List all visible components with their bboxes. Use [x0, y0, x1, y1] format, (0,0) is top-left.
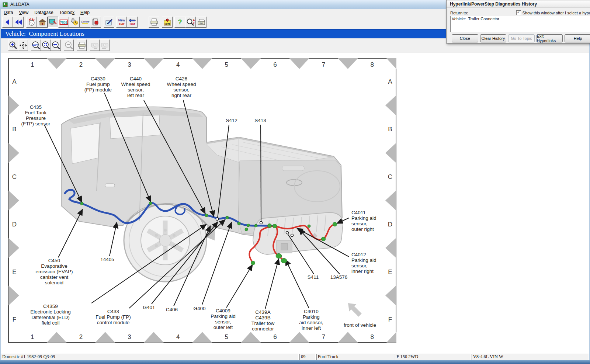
- status-segment: 09: [299, 354, 316, 360]
- grid-row-label: F: [13, 316, 16, 323]
- home-button[interactable]: [37, 17, 48, 28]
- odometer-icon: 7531: [59, 18, 68, 26]
- help-button[interactable]: ?: [174, 17, 185, 28]
- splice-point: [286, 232, 289, 234]
- pan-button[interactable]: [18, 39, 28, 51]
- camera-left-icon: [90, 41, 99, 50]
- callout-c4012: inner right: [351, 268, 374, 274]
- zoom-out-icon: [65, 41, 73, 50]
- menu-help[interactable]: Help: [77, 10, 93, 15]
- snapshot-prev-button: [90, 39, 100, 51]
- snapshot-next-button: [100, 39, 110, 51]
- svg-text:Car: Car: [129, 22, 135, 26]
- callout-c440: C440: [130, 76, 142, 82]
- show-window-checkbox[interactable]: ✓: [516, 10, 521, 15]
- home-icon: [38, 18, 47, 26]
- svg-text:Car: Car: [119, 22, 125, 26]
- connector-dot: [308, 225, 310, 228]
- go-to-topic-button: Go To Topic: [508, 34, 535, 42]
- callout-c4011: Parking aid: [351, 215, 376, 221]
- callout-c450: C450: [48, 258, 60, 263]
- callout-c4010: inner left: [302, 325, 321, 331]
- connector-dot: [237, 222, 240, 225]
- zoom-fit-button[interactable]: [41, 39, 51, 51]
- hot-note-button[interactable]: NOTE: [162, 17, 173, 28]
- callout-c433: control module: [97, 320, 130, 325]
- grid-row-label: D: [12, 221, 17, 228]
- double-back-arrow-icon: [14, 18, 23, 26]
- callout-c406: C406: [166, 307, 178, 312]
- help-button[interactable]: Help: [565, 34, 590, 42]
- zoom-width-button[interactable]: [51, 39, 61, 51]
- clear-history-button[interactable]: Clear History: [480, 34, 507, 42]
- online-button[interactable]: Online: [80, 17, 90, 28]
- grid-column-label: 3: [128, 333, 131, 340]
- connector-dot: [205, 214, 208, 217]
- connector-dot: [149, 202, 152, 205]
- odometer-button[interactable]: 7531: [58, 17, 69, 28]
- connector-dot: [251, 261, 255, 265]
- service-intervals-button[interactable]: [69, 17, 80, 28]
- callout-c450: canister vent: [40, 274, 69, 280]
- callout-c4009: C4009: [216, 308, 230, 313]
- callout-leader-s413: [261, 125, 261, 221]
- notes-pencil-icon: [105, 18, 114, 26]
- grid-column-label: 1: [31, 61, 34, 68]
- diagnostics-button[interactable]: [48, 17, 58, 28]
- parts-catalog-button[interactable]: [90, 17, 101, 28]
- zoom-in-button[interactable]: [8, 39, 18, 51]
- menu-data[interactable]: Data: [1, 10, 16, 15]
- grid-column-label: 4: [176, 61, 180, 68]
- grid-column-label: 7: [322, 333, 325, 340]
- status-segment: V8-4.6L VIN W: [472, 354, 589, 360]
- grid-column-label: 2: [79, 333, 83, 340]
- grid-column-label: 6: [273, 61, 277, 68]
- notes-button[interactable]: [104, 17, 114, 28]
- parts-book-icon: [91, 18, 100, 26]
- history-item[interactable]: Vehicle: Trailer Connector: [452, 17, 590, 21]
- close-button[interactable]: Close: [452, 34, 478, 42]
- search-az-button[interactable]: A Z: [185, 17, 196, 28]
- alldata-application-window: ALLDATA DataViewDatabaseToolboxHelp: [0, 0, 590, 364]
- dialog-titlebar[interactable]: Hyperlink/PowerStep Diagnostics History: [447, 0, 590, 8]
- callout-c426: Wheel speed: [167, 82, 196, 87]
- zoom-100-icon: 100%: [32, 41, 41, 50]
- callout-c450: emission (EVAP): [35, 269, 73, 274]
- back-button[interactable]: [2, 17, 13, 28]
- zoom-100-button[interactable]: 100%: [31, 39, 41, 51]
- grid-row-label: F: [388, 316, 392, 323]
- search-az-icon: A Z: [186, 18, 195, 26]
- menu-toolbox[interactable]: Toolbox: [56, 10, 77, 15]
- back-arrow-icon: [3, 18, 12, 26]
- new-car-icon: New Car: [117, 18, 126, 26]
- document-viewport[interactable]: 1122334455667788AABBCCDDEEFFC435Fuel Tan…: [1, 52, 589, 354]
- callout-c4359: Differential (ELD): [31, 315, 69, 320]
- connector-dot: [80, 202, 83, 205]
- svg-text:?: ?: [178, 18, 182, 26]
- fax-button[interactable]: FAX: [196, 17, 206, 28]
- exit-hyperlinks-button[interactable]: Exit Hyperlinks: [537, 34, 563, 42]
- new-car-button[interactable]: New Car: [116, 17, 127, 28]
- callout-c433: C433: [107, 309, 119, 314]
- history-listbox[interactable]: Vehicle: Trailer Connector: [450, 16, 590, 32]
- menu-view[interactable]: View: [16, 10, 31, 15]
- svg-text:NOTE: NOTE: [164, 23, 170, 25]
- front-of-vehicle-label: front of vehicle: [344, 322, 376, 328]
- dialog-title: Hyperlink/PowerStep Diagnostics History: [450, 1, 537, 7]
- previous-car-button[interactable]: Car: [127, 17, 138, 28]
- callout-g400: G400: [193, 306, 205, 311]
- fax-icon: FAX: [197, 18, 206, 26]
- callout-c4330: Fuel pump: [86, 82, 110, 87]
- splice-point: [291, 234, 294, 237]
- back-history-button[interactable]: [13, 17, 24, 28]
- grid-row-label: E: [388, 268, 392, 275]
- callout-c439ab: connector: [252, 326, 274, 332]
- print-graphic-button[interactable]: [77, 39, 87, 51]
- callout-c4359: Electronic Locking: [30, 309, 71, 315]
- print-button[interactable]: [149, 17, 159, 28]
- customer-button[interactable]: [26, 17, 37, 28]
- menu-database[interactable]: Database: [31, 10, 56, 15]
- callout-c4012: sensor,: [351, 263, 368, 268]
- status-segment: Ford Truck: [316, 354, 394, 360]
- gears-clock-icon: [70, 18, 79, 26]
